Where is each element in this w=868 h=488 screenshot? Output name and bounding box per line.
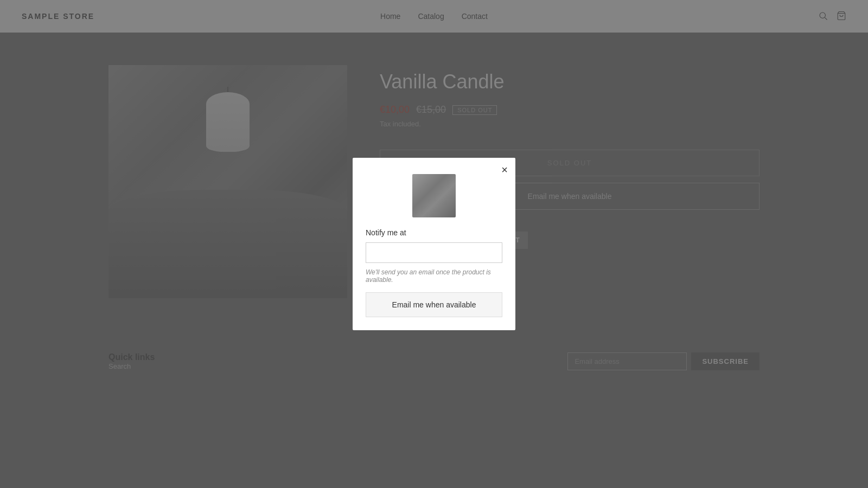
notify-modal: × Notify me at We'll send you an email o… xyxy=(353,158,515,330)
modal-notify-label: Notify me at xyxy=(366,228,502,237)
modal-email-input[interactable] xyxy=(366,242,502,263)
modal-submit-button[interactable]: Email me when available xyxy=(366,292,502,317)
modal-product-image-bg xyxy=(412,174,456,217)
modal-product-image xyxy=(412,174,456,217)
modal-helper-text: We'll send you an email once the product… xyxy=(366,268,502,284)
modal-close-button[interactable]: × xyxy=(501,164,508,175)
modal-product-image-container xyxy=(366,174,502,217)
modal-overlay[interactable]: × Notify me at We'll send you an email o… xyxy=(0,0,868,488)
